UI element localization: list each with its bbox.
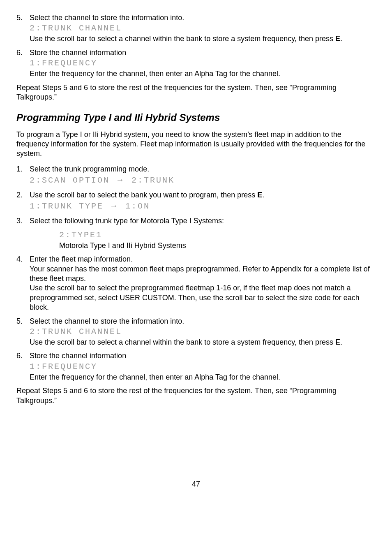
step-text: Use the scroll bar to select a channel w… xyxy=(30,35,342,43)
step-number: 3. xyxy=(16,216,30,250)
step-text: Select the channel to store the informat… xyxy=(30,317,184,325)
arrow-icon: → xyxy=(110,201,119,210)
step-number: 2. xyxy=(16,190,30,212)
step-text: Use the scroll bar to select a channel w… xyxy=(30,338,342,346)
step-number: 5. xyxy=(16,13,30,44)
step-text: Select the channel to store the informat… xyxy=(30,14,184,22)
step-text: Store the channel information xyxy=(30,49,126,57)
step-content: Use the scroll bar to select the bank yo… xyxy=(30,190,376,212)
lcd-display: 2:TRUNK CHANNEL xyxy=(30,23,376,34)
step-text: Use the scroll bar to select the preprog… xyxy=(30,284,360,311)
step-subtext: Motorola Type I and IIi Hybrid Systems xyxy=(59,241,186,250)
step-text: Store the channel information xyxy=(30,352,126,360)
lcd-display: 1:FREQUENCY xyxy=(30,361,376,373)
step-2: 2. Use the scroll bar to select the bank… xyxy=(16,190,376,212)
key-e: E xyxy=(335,35,340,43)
key-e: E xyxy=(335,338,340,346)
step-3: 3. Select the following trunk type for M… xyxy=(16,216,376,250)
step-content: Select the following trunk type for Moto… xyxy=(30,216,376,250)
step-number: 5. xyxy=(16,317,30,348)
step-number: 1. xyxy=(16,164,30,186)
step-text: Enter the fleet map information. xyxy=(30,255,133,263)
lcd-display: 2:TRUNK CHANNEL xyxy=(30,326,376,338)
arrow-icon: → xyxy=(116,175,125,184)
step-text: Your scanner has the most common fleet m… xyxy=(30,265,370,283)
step-number: 6. xyxy=(16,351,30,382)
step-6a: 6. Store the channel information 1:FREQU… xyxy=(16,48,376,79)
step-number: 6. xyxy=(16,48,30,79)
step-number: 4. xyxy=(16,255,30,312)
lcd-display: 2:SCAN OPTION → 2:TRUNK xyxy=(30,174,376,186)
key-e: E xyxy=(257,191,262,199)
repeat-note-b: Repeat Steps 5 and 6 to store the rest o… xyxy=(16,386,376,405)
step-content: Store the channel information 1:FREQUENC… xyxy=(30,48,376,79)
section-heading: Programming Type I and IIi Hybrid System… xyxy=(16,111,376,124)
main-list: 1. Select the trunk programming mode. 2:… xyxy=(16,164,376,382)
step-4: 4. Enter the fleet map information. Your… xyxy=(16,255,376,312)
lcd-display: 2:TYPE1 xyxy=(59,229,376,241)
step-5a: 5. Select the channel to store the infor… xyxy=(16,13,376,44)
top-list: 5. Select the channel to store the infor… xyxy=(16,13,376,79)
lcd-display: 1:TRUNK TYPE → 1:ON xyxy=(30,200,376,212)
repeat-note-a: Repeat Steps 5 and 6 to store the rest o… xyxy=(16,83,376,102)
step-content: Enter the fleet map information. Your sc… xyxy=(30,255,376,312)
intro-paragraph: To program a Type I or IIi Hybrid system… xyxy=(16,130,376,159)
lcd-display: 1:FREQUENCY xyxy=(30,58,376,69)
step-5b: 5. Select the channel to store the infor… xyxy=(16,317,376,348)
step-text: Enter the frequency for the channel, the… xyxy=(30,70,280,78)
step-content: Select the channel to store the informat… xyxy=(30,317,376,348)
step-content: Select the channel to store the informat… xyxy=(30,13,376,44)
step-text: Use the scroll bar to select the bank yo… xyxy=(30,191,264,199)
page-number: 47 xyxy=(16,480,376,489)
step-text: Enter the frequency for the channel, the… xyxy=(30,373,280,381)
step-text: Select the trunk programming mode. xyxy=(30,165,149,173)
step-6b: 6. Store the channel information 1:FREQU… xyxy=(16,351,376,382)
step-content: Select the trunk programming mode. 2:SCA… xyxy=(30,164,376,186)
step-sub: 2:TYPE1 Motorola Type I and IIi Hybrid S… xyxy=(30,229,376,250)
step-content: Store the channel information 1:FREQUENC… xyxy=(30,351,376,382)
step-text: Select the following trunk type for Moto… xyxy=(30,217,224,225)
step-1: 1. Select the trunk programming mode. 2:… xyxy=(16,164,376,186)
